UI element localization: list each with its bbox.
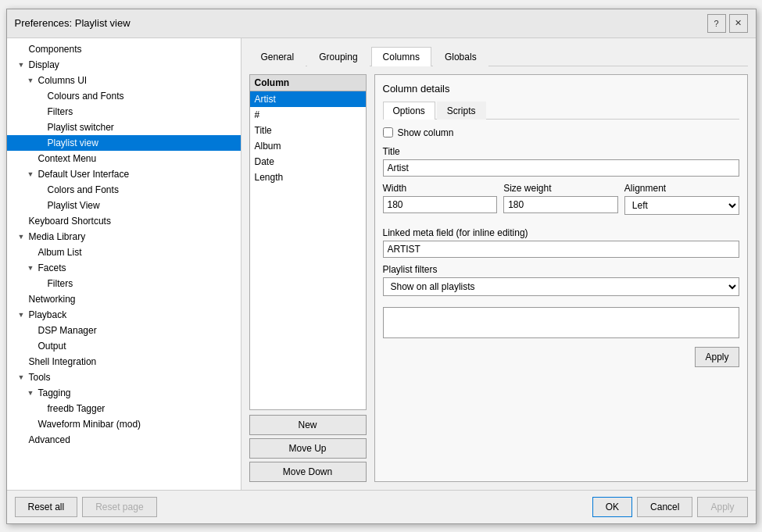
sidebar-item-label: freedb Tagger xyxy=(48,403,106,414)
footer-right: OK Cancel Apply xyxy=(592,497,748,517)
apply-right: Apply xyxy=(383,347,739,367)
show-column-label[interactable]: Show column xyxy=(398,127,454,138)
playlist-filters-group: Playlist filters Show on all playlists H… xyxy=(383,264,739,296)
sidebar-item-filters-2[interactable]: Filters xyxy=(7,276,241,291)
sidebar-item-label: DSP Manager xyxy=(38,325,97,336)
sidebar-item-playback[interactable]: ▼Playback xyxy=(7,307,241,323)
details-apply-button[interactable]: Apply xyxy=(695,347,739,367)
reset-all-button[interactable]: Reset all xyxy=(15,497,78,517)
column-list-panel: Column Artist#TitleAlbumDateLength New M… xyxy=(249,74,367,482)
sidebar-item-label: Tagging xyxy=(38,387,71,398)
sidebar-item-label: Playlist View xyxy=(48,200,100,211)
sidebar-item-label: Playlist view xyxy=(48,137,98,148)
column-list-item[interactable]: Album xyxy=(250,138,366,154)
title-bar: Preferences: Playlist view ? ✕ xyxy=(7,9,756,38)
sidebar-item-label: Tools xyxy=(29,372,51,383)
sidebar-item-filters[interactable]: Filters xyxy=(7,104,241,120)
show-column-row: Show column xyxy=(383,127,739,138)
sidebar: Components▼Display▼Columns UIColours and… xyxy=(7,38,241,490)
column-list-item[interactable]: # xyxy=(250,107,366,123)
sidebar-item-label: Media Library xyxy=(29,231,86,242)
sidebar-item-shell-integration[interactable]: Shell Integration xyxy=(7,354,241,370)
column-list-header: Column xyxy=(249,74,367,91)
sidebar-item-label: Display xyxy=(29,59,59,70)
detail-tab-scripts[interactable]: Scripts xyxy=(437,102,486,120)
show-column-checkbox[interactable] xyxy=(383,127,393,137)
sidebar-item-label: Colours and Fonts xyxy=(48,91,124,102)
sidebar-item-label: Output xyxy=(38,341,66,352)
column-list-item[interactable]: Title xyxy=(250,123,366,138)
sidebar-item-album-list[interactable]: Album List xyxy=(7,245,241,260)
column-list-item[interactable]: Date xyxy=(250,154,366,170)
column-details: Column details OptionsScripts Show colum… xyxy=(374,74,748,482)
sidebar-item-colors-and-fonts[interactable]: Colors and Fonts xyxy=(7,182,241,198)
sidebar-item-label: Playlist switcher xyxy=(48,122,114,133)
move-up-button[interactable]: Move Up xyxy=(249,438,367,459)
dialog-footer: Reset all Reset page OK Cancel Apply xyxy=(7,490,756,523)
ok-button[interactable]: OK xyxy=(592,497,632,517)
sidebar-item-tools[interactable]: ▼Tools xyxy=(7,370,241,385)
playlist-filters-select[interactable]: Show on all playlists Hide on all playli… xyxy=(383,277,739,296)
sidebar-item-facets[interactable]: ▼Facets xyxy=(7,260,241,276)
tab-general[interactable]: General xyxy=(249,47,306,66)
title-group: Title xyxy=(383,146,739,177)
width-input[interactable] xyxy=(383,196,498,213)
options-content: Show column Title Width xyxy=(383,127,739,367)
linked-meta-input[interactable] xyxy=(383,241,739,258)
sidebar-item-label: Components xyxy=(29,44,82,55)
sidebar-item-columns-ui[interactable]: ▼Columns UI xyxy=(7,73,241,88)
column-list-item[interactable]: Artist xyxy=(250,91,366,107)
tab-globals[interactable]: Globals xyxy=(433,47,488,66)
detail-tab-options[interactable]: Options xyxy=(383,102,435,120)
alignment-select[interactable]: Left Center Right xyxy=(624,196,739,215)
close-button[interactable]: ✕ xyxy=(729,14,748,33)
sidebar-item-context-menu[interactable]: Context Menu xyxy=(7,151,241,166)
size-weight-group: Size weight xyxy=(503,183,618,215)
sidebar-item-display[interactable]: ▼Display xyxy=(7,57,241,73)
sidebar-item-label: Shell Integration xyxy=(29,356,97,367)
reset-page-button[interactable]: Reset page xyxy=(82,497,156,517)
new-button[interactable]: New xyxy=(249,415,367,435)
dialog-title: Preferences: Playlist view xyxy=(15,17,131,29)
sidebar-item-label: Columns UI xyxy=(38,75,88,86)
title-label: Title xyxy=(383,146,739,157)
alignment-group: Alignment Left Center Right xyxy=(624,183,739,215)
columns-area: Column Artist#TitleAlbumDateLength New M… xyxy=(249,74,748,482)
sidebar-item-label: Keyboard Shortcuts xyxy=(29,216,111,227)
sidebar-item-playlist-view-2[interactable]: Playlist View xyxy=(7,198,241,213)
title-input[interactable] xyxy=(383,159,739,177)
size-weight-label: Size weight xyxy=(503,183,618,194)
sidebar-item-media-library[interactable]: ▼Media Library xyxy=(7,229,241,245)
sidebar-item-keyboard-shortcuts[interactable]: Keyboard Shortcuts xyxy=(7,213,241,229)
alignment-label: Alignment xyxy=(624,183,739,194)
sidebar-item-default-user-interface[interactable]: ▼Default User Interface xyxy=(7,166,241,182)
sidebar-item-label: Waveform Minibar (mod) xyxy=(38,419,141,430)
sidebar-item-label: Advanced xyxy=(29,434,70,445)
move-down-button[interactable]: Move Down xyxy=(249,462,367,482)
sidebar-item-freedb-tagger[interactable]: freedb Tagger xyxy=(7,401,241,416)
sidebar-item-tagging[interactable]: ▼Tagging xyxy=(7,385,241,401)
sidebar-item-playlist-view[interactable]: Playlist view xyxy=(7,135,241,151)
sidebar-item-advanced[interactable]: Advanced xyxy=(7,432,241,448)
sidebar-item-networking[interactable]: Networking xyxy=(7,291,241,307)
sidebar-item-waveform-minibar[interactable]: Waveform Minibar (mod) xyxy=(7,416,241,432)
linked-meta-group: Linked meta field (for inline editing) xyxy=(383,227,739,258)
column-list-item[interactable]: Length xyxy=(250,170,366,185)
help-button[interactable]: ? xyxy=(707,14,726,33)
main-content: GeneralGroupingColumnsGlobals Column Art… xyxy=(241,38,756,490)
title-bar-left: Preferences: Playlist view xyxy=(15,17,131,29)
footer-apply-button[interactable]: Apply xyxy=(697,497,747,517)
sidebar-item-colours-and-fonts[interactable]: Colours and Fonts xyxy=(7,88,241,104)
sidebar-item-output[interactable]: Output xyxy=(7,338,241,354)
tab-columns[interactable]: Columns xyxy=(371,47,431,66)
sidebar-item-components[interactable]: Components xyxy=(7,41,241,57)
size-weight-input[interactable] xyxy=(503,196,618,213)
sidebar-item-playlist-switcher[interactable]: Playlist switcher xyxy=(7,120,241,135)
column-list-buttons: New Move Up Move Down xyxy=(249,415,367,482)
cancel-button[interactable]: Cancel xyxy=(637,497,692,517)
tab-grouping[interactable]: Grouping xyxy=(307,47,369,66)
sidebar-item-dsp-manager[interactable]: DSP Manager xyxy=(7,323,241,338)
tab-bar: GeneralGroupingColumnsGlobals xyxy=(249,46,748,66)
extra-textarea[interactable] xyxy=(383,307,739,338)
sidebar-item-label: Default User Interface xyxy=(38,169,130,180)
